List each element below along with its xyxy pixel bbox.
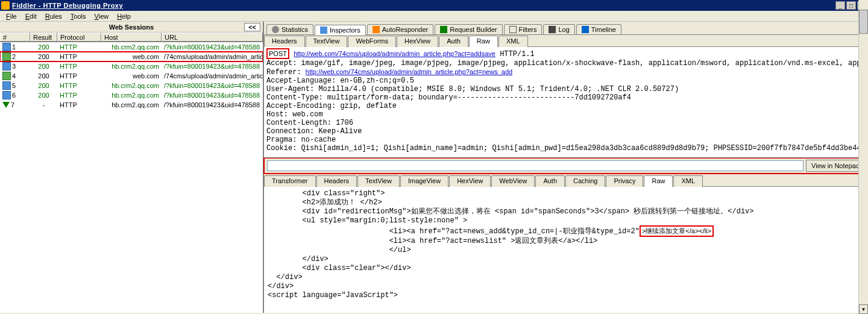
document-icon xyxy=(2,81,11,90)
auto-icon xyxy=(373,26,380,33)
req-tab-xml[interactable]: XML xyxy=(498,36,528,47)
main-split: Web Sessions << # Result Protocol Host U… xyxy=(0,22,868,313)
tab-log[interactable]: Log xyxy=(543,24,574,34)
resp-tab-raw[interactable]: Raw xyxy=(644,175,673,187)
resp-tab-caching[interactable]: Caching xyxy=(565,175,605,187)
menu-bar: FileEditRulesToolsViewHelp xyxy=(0,11,868,22)
session-row[interactable]: 2200HTTPweb.com/74cms/upload/admin/admin… xyxy=(0,52,263,61)
resp-tab-webview[interactable]: WebView xyxy=(491,175,535,187)
req-tab-hexview[interactable]: HexView xyxy=(397,36,438,47)
request-raw-pane[interactable]: POST http://web.com/74cms/upload/admin/a… xyxy=(264,47,868,158)
req-icon xyxy=(440,26,447,33)
app-icon xyxy=(1,1,10,10)
resp-tab-xml[interactable]: XML xyxy=(673,175,703,187)
document-icon xyxy=(2,91,11,99)
menu-ile[interactable]: File xyxy=(2,13,20,20)
image-icon xyxy=(2,72,11,80)
col-protocol[interactable]: Protocol xyxy=(57,33,101,42)
request-url-link[interactable]: http://web.com/74cms/upload/admin/admin_… xyxy=(294,50,495,57)
col-host[interactable]: Host xyxy=(101,33,162,42)
tab-statistics[interactable]: Statistics xyxy=(266,24,313,34)
insp-icon xyxy=(320,27,327,34)
session-row[interactable]: 3200HTTPhb.crm2.qq.com/?kfuin=800019423&… xyxy=(0,61,263,71)
resp-tab-headers[interactable]: Headers xyxy=(316,175,357,187)
response-tabs: TransformerHeadersTextViewImageViewHexVi… xyxy=(264,175,868,187)
col-num[interactable]: # xyxy=(0,33,30,42)
req-tab-webforms[interactable]: WebForms xyxy=(348,36,396,47)
menu-ools[interactable]: Tools xyxy=(67,13,90,20)
session-row[interactable]: 6200HTTPhb.crm2.qq.com/?kfuin=800019423&… xyxy=(0,90,263,100)
sessions-grid-header: # Result Protocol Host URL xyxy=(0,33,263,42)
tab-autoresponder[interactable]: AutoResponder xyxy=(367,24,433,34)
search-input[interactable] xyxy=(267,160,804,171)
tab-inspectors[interactable]: Inspectors xyxy=(315,25,366,35)
resp-tab-textview[interactable]: TextView xyxy=(357,175,400,187)
minimize-button[interactable]: _ xyxy=(835,1,845,10)
main-tabs: StatisticsInspectorsAutoResponderRequest… xyxy=(264,22,868,35)
tab-request-builder[interactable]: Request Builder xyxy=(435,24,502,34)
response-raw-pane[interactable]: <div class="right"> <h2>添加成功！ </h2> <div… xyxy=(264,187,868,313)
tab-timeline[interactable]: Timeline xyxy=(576,24,621,34)
session-row[interactable]: 4200HTTPweb.com/74cms/upload/admin/admin… xyxy=(0,71,263,81)
window-title: Fiddler - HTTP Debugging Proxy xyxy=(12,2,123,9)
req-tab-headers[interactable]: Headers xyxy=(264,36,305,47)
session-row[interactable]: 5200HTTPhb.crm2.qq.com/?kfuin=800019423&… xyxy=(0,81,263,90)
resp-tab-transformer[interactable]: Transformer xyxy=(264,175,316,187)
log-icon xyxy=(549,26,556,33)
request-tabs: HeadersTextViewWebFormsHexViewAuthRawXML xyxy=(264,35,868,47)
req-tab-auth[interactable]: Auth xyxy=(439,36,468,47)
menu-dit[interactable]: Edit xyxy=(22,13,40,20)
response-highlight: >继续添加文章</a></li> xyxy=(640,225,714,237)
document-icon xyxy=(2,62,11,71)
image-icon xyxy=(2,52,11,61)
document-icon xyxy=(2,43,11,51)
time-icon xyxy=(582,26,589,33)
web-sessions-header: Web Sessions << xyxy=(0,22,263,33)
col-url[interactable]: URL xyxy=(162,33,263,42)
stats-icon xyxy=(272,26,279,33)
menu-iew[interactable]: View xyxy=(91,13,113,20)
menu-ules[interactable]: Rules xyxy=(42,13,66,20)
inspector-pane: StatisticsInspectorsAutoResponderRequest… xyxy=(264,22,868,313)
search-row: View in Notepad xyxy=(264,158,868,174)
tab-filters[interactable]: Filters xyxy=(504,24,542,34)
req-tab-raw[interactable]: Raw xyxy=(469,36,498,47)
resp-tab-imageview[interactable]: ImageView xyxy=(400,175,448,187)
web-sessions-pane: Web Sessions << # Result Protocol Host U… xyxy=(0,22,264,313)
download-icon xyxy=(2,102,10,108)
title-bar: Fiddler - HTTP Debugging Proxy _ □ × xyxy=(0,0,868,11)
web-sessions-title: Web Sessions xyxy=(109,24,154,31)
session-row[interactable]: 1200HTTPhb.crm2.qq.com/?kfuin=800019423&… xyxy=(0,42,263,52)
resp-tab-privacy[interactable]: Privacy xyxy=(606,175,643,187)
resp-tab-hexview[interactable]: HexView xyxy=(449,175,491,187)
view-in-notepad-button[interactable]: View in Notepad xyxy=(806,160,865,172)
resp-tab-auth[interactable]: Auth xyxy=(535,175,565,187)
req-tab-textview[interactable]: TextView xyxy=(306,36,348,47)
method-highlight: POST xyxy=(266,48,289,59)
referer-link[interactable]: http://web.com/74cms/upload/admin/admin_… xyxy=(306,68,512,75)
col-result[interactable]: Result xyxy=(30,33,57,42)
menu-elp[interactable]: Help xyxy=(113,13,134,20)
maximize-button[interactable]: □ xyxy=(846,1,856,10)
scrollbar[interactable]: ▲ ▼ xyxy=(858,187,868,313)
filt-icon xyxy=(509,26,517,33)
scroll-down-icon[interactable]: ▼ xyxy=(859,304,868,313)
collapse-button[interactable]: << xyxy=(244,23,260,31)
session-row[interactable]: 7-HTTPhb.crm2.qq.com/?kfuin=800019423&ui… xyxy=(0,100,263,110)
sessions-grid-body[interactable]: 1200HTTPhb.crm2.qq.com/?kfuin=800019423&… xyxy=(0,42,263,313)
